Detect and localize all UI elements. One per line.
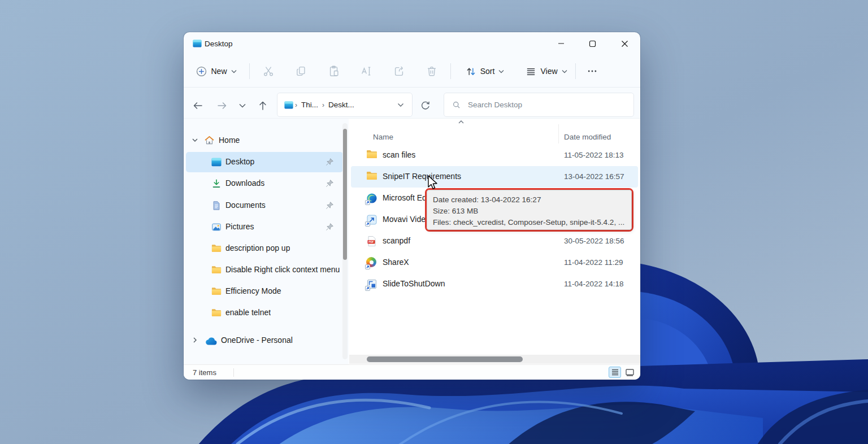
share-icon — [393, 65, 405, 77]
sidebar-item-label: Pictures — [225, 222, 254, 231]
back-button[interactable] — [189, 97, 207, 115]
up-button[interactable] — [254, 97, 272, 115]
ellipsis-icon — [587, 66, 598, 77]
folder-icon — [211, 287, 222, 295]
column-header-name[interactable]: Name — [373, 133, 393, 141]
close-button[interactable] — [611, 32, 637, 55]
breadcrumb-this-pc[interactable]: Thi... — [301, 101, 318, 109]
chevron-collapsed-icon[interactable] — [191, 336, 200, 345]
sidebar-item-label: OneDrive - Personal — [221, 336, 293, 345]
share-button[interactable] — [389, 61, 409, 81]
folder-icon — [211, 244, 222, 253]
minimize-button[interactable] — [548, 32, 574, 55]
chevron-down-icon — [498, 69, 504, 73]
address-bar-row: › Thi... › Deskt... — [184, 88, 640, 119]
horizontal-scrollbar[interactable] — [349, 355, 640, 364]
folder-icon — [366, 150, 377, 161]
svg-text:PDF: PDF — [368, 241, 374, 243]
view-button[interactable]: View — [519, 61, 574, 81]
items-count: 7 items — [193, 368, 216, 377]
chevron-down-icon — [231, 69, 237, 73]
paste-button[interactable] — [324, 61, 344, 81]
file-name: scanpdf — [383, 236, 410, 245]
file-list-pane: Name Date modified scan files 11-05-2022… — [349, 119, 640, 364]
sidebar-item-enable-telnet[interactable]: enable telnet — [186, 303, 343, 323]
status-divider — [233, 368, 234, 377]
sidebar-scrollbar-thumb[interactable] — [343, 129, 347, 260]
file-name: SlideToShutDown — [383, 279, 445, 288]
sidebar-item-disable-right-click[interactable]: Disable Right click context menu — [186, 260, 343, 280]
pdf-file-icon: PDF — [366, 236, 377, 247]
file-explorer-window: Desktop New — [184, 32, 640, 380]
copy-button[interactable] — [291, 61, 311, 81]
tooltip-date-created: Date created: 13-04-2022 16:27 — [433, 194, 626, 206]
horizontal-scrollbar-thumb[interactable] — [367, 356, 523, 362]
view-list-icon — [526, 66, 536, 77]
sidebar-item-documents[interactable]: Documents — [186, 195, 343, 216]
refresh-button[interactable] — [416, 97, 435, 115]
address-dropdown-chevron[interactable] — [397, 103, 404, 107]
pin-icon[interactable] — [326, 223, 334, 231]
file-row-scan-files[interactable]: scan files 11-05-2022 18:13 — [351, 145, 638, 166]
maximize-button[interactable] — [579, 32, 605, 55]
column-header-date[interactable]: Date modified — [564, 133, 611, 141]
up-arrow-icon — [257, 100, 268, 111]
sidebar-item-description-pop-up[interactable]: description pop up — [186, 238, 343, 259]
new-button[interactable]: New — [192, 61, 241, 81]
file-name: Movavi Video — [383, 215, 430, 224]
rename-button[interactable] — [356, 61, 376, 81]
shortcut-arrow-badge — [365, 221, 370, 227]
file-name: scan files — [383, 150, 415, 159]
command-toolbar: New Sort View — [184, 55, 640, 88]
file-row-sharex[interactable]: ShareX 11-04-2022 11:29 — [351, 252, 638, 273]
file-row-slidetoshutdown[interactable]: SlideToShutDown 11-04-2022 14:18 — [351, 273, 638, 295]
file-row-scanpdf[interactable]: PDF scanpdf 30-05-2022 18:56 — [351, 230, 638, 252]
details-view-toggle[interactable] — [609, 367, 621, 378]
window-desktop-icon — [193, 40, 202, 47]
toolbar-divider — [249, 63, 250, 79]
sort-ascending-icon — [458, 120, 465, 124]
breadcrumb[interactable]: › Thi... › Deskt... — [277, 93, 413, 117]
pin-icon[interactable] — [326, 179, 334, 188]
cut-button[interactable] — [258, 61, 279, 81]
sort-button[interactable]: Sort — [458, 61, 511, 81]
breadcrumb-separator: › — [295, 101, 297, 109]
file-date-modified: 11-04-2022 14:18 — [564, 280, 624, 288]
forward-button[interactable] — [213, 97, 231, 115]
sidebar-item-pictures[interactable]: Pictures — [186, 217, 343, 237]
sharex-shortcut-icon — [366, 257, 377, 268]
chevron-expanded-icon[interactable] — [191, 136, 200, 145]
edge-shortcut-icon — [366, 193, 377, 204]
sidebar-item-onedrive[interactable]: OneDrive - Personal — [186, 330, 343, 351]
tooltip-files: Files: check_vcredist, Composer-Setup, s… — [433, 217, 626, 228]
movavi-shortcut-icon — [366, 214, 377, 225]
slidetoshutdown-shortcut-icon — [366, 278, 377, 290]
chevron-down-icon — [238, 103, 246, 108]
sidebar-item-desktop[interactable]: Desktop — [186, 152, 343, 172]
breadcrumb-desktop[interactable]: Deskt... — [328, 101, 354, 109]
search-input[interactable] — [468, 101, 627, 109]
delete-button[interactable] — [422, 61, 442, 81]
sidebar-item-downloads[interactable]: Downloads — [186, 173, 343, 194]
large-icons-view-toggle[interactable] — [623, 367, 636, 378]
sidebar-item-efficiency-mode[interactable]: Efficiency Mode — [186, 281, 343, 302]
onedrive-icon — [205, 337, 218, 345]
pin-icon[interactable] — [326, 158, 334, 166]
recent-locations-button[interactable] — [233, 97, 251, 115]
sidebar-item-label: description pop up — [225, 243, 290, 253]
forward-arrow-icon — [216, 100, 228, 111]
breadcrumb-desktop-icon — [284, 101, 293, 109]
pin-icon[interactable] — [326, 201, 334, 210]
column-divider[interactable] — [558, 124, 559, 143]
sidebar-item-label: enable telnet — [225, 308, 271, 317]
plus-circle-icon — [196, 66, 207, 77]
chevron-down-icon — [562, 69, 567, 73]
file-row-snipeit-requirements[interactable]: SnipeIT Requirements 13-04-2022 16:57 — [351, 166, 638, 188]
new-button-label: New — [211, 67, 227, 76]
sidebar-item-home[interactable]: Home — [186, 130, 343, 151]
sidebar-scrollbar[interactable] — [342, 123, 348, 359]
file-date-modified: 11-05-2022 18:13 — [564, 151, 624, 159]
more-options-button[interactable] — [580, 61, 604, 81]
sort-button-label: Sort — [480, 67, 495, 76]
large-icons-view-icon — [626, 369, 634, 376]
